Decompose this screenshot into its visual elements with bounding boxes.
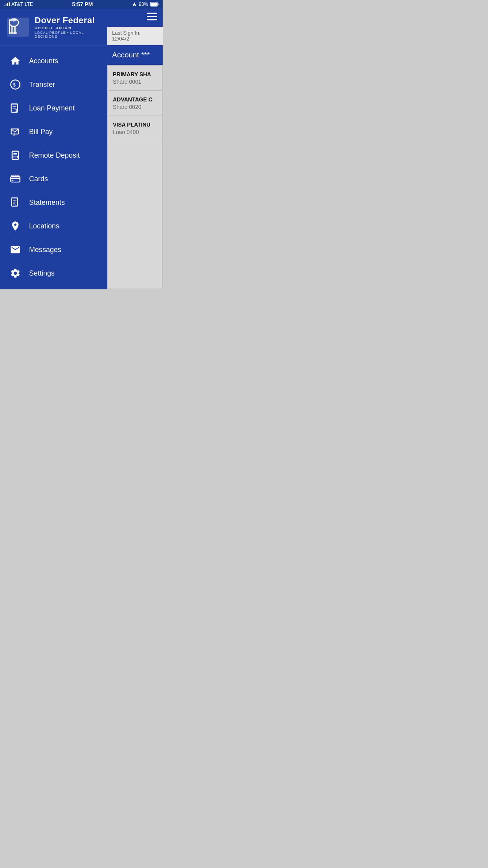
account-header: Account ***	[107, 45, 163, 65]
logo-title: Dover Federal	[35, 16, 100, 25]
svg-rect-27	[11, 177, 20, 182]
accounts-list: PRIMARY SHA Share 0001 ADVANTAGE C Share…	[107, 65, 163, 289]
transfer-label: Transfer	[29, 81, 55, 89]
account-number-advantage: Share 0020	[113, 104, 157, 110]
sidebar-item-sign-out[interactable]: Sign Out	[0, 285, 107, 289]
battery-percent: 93%	[139, 2, 148, 7]
bill-pay-label: Bill Pay	[29, 128, 53, 136]
gear-icon	[9, 267, 22, 280]
location-pin-icon	[9, 219, 22, 233]
time-display: 5:57 PM	[72, 1, 93, 7]
app-body: Dover Federal CREDIT UNION LOCAL PEOPLE …	[0, 9, 163, 289]
nav-menu: $ Accounts $ Transfer $ Loan Payment	[0, 46, 107, 289]
svg-rect-12	[13, 19, 14, 22]
statements-label: Statements	[29, 199, 65, 207]
envelope-icon	[9, 243, 22, 256]
svg-rect-1	[158, 4, 158, 6]
sidebar-item-statements[interactable]: $ Statements	[0, 191, 107, 214]
svg-text:$: $	[15, 61, 16, 64]
svg-text:$: $	[15, 109, 17, 113]
settings-label: Settings	[29, 269, 55, 278]
right-header	[107, 9, 163, 27]
location-icon	[132, 2, 137, 7]
svg-text:$: $	[13, 82, 16, 87]
statements-icon: $	[9, 196, 22, 209]
hamburger-icon	[147, 13, 157, 20]
svg-rect-29	[12, 180, 14, 181]
account-item-visa[interactable]: VISA PLATINU Loan 0400	[108, 116, 162, 141]
home-dollar-icon: $	[9, 54, 22, 68]
remote-deposit-icon	[9, 149, 22, 162]
account-name-advantage: ADVANTAGE C	[113, 96, 157, 103]
sidebar-item-accounts[interactable]: $ Accounts	[0, 49, 107, 73]
account-item-advantage[interactable]: ADVANTAGE C Share 0020	[108, 91, 162, 116]
cards-icon	[9, 172, 22, 186]
logo-subtitle: CREDIT UNION	[35, 26, 100, 30]
last-signin: Last Sign In: 12/04/2	[107, 27, 163, 45]
status-left: AT&T LTE	[4, 2, 33, 7]
sidebar-item-remote-deposit[interactable]: Remote Deposit	[0, 143, 107, 167]
account-name-primary: PRIMARY SHA	[113, 71, 157, 77]
sidebar-item-bill-pay[interactable]: $ Bill Pay	[0, 120, 107, 143]
right-panel: Last Sign In: 12/04/2 Account *** PRIMAR…	[107, 9, 163, 289]
logo-icon	[7, 16, 30, 39]
cards-label: Cards	[29, 175, 48, 183]
svg-rect-11	[10, 33, 17, 34]
logo-area: Dover Federal CREDIT UNION LOCAL PEOPLE …	[0, 9, 107, 46]
svg-text:$: $	[15, 204, 17, 208]
sidebar-item-settings[interactable]: Settings	[0, 261, 107, 285]
sidebar-item-transfer[interactable]: $ Transfer	[0, 73, 107, 96]
account-item-primary[interactable]: PRIMARY SHA Share 0001	[108, 66, 162, 91]
hamburger-button[interactable]	[147, 13, 157, 23]
locations-label: Locations	[29, 222, 59, 230]
network-type: LTE	[25, 2, 33, 7]
svg-text:$: $	[13, 133, 15, 137]
loan-payment-label: Loan Payment	[29, 104, 75, 112]
carrier-label: AT&T	[11, 2, 23, 7]
loan-payment-icon: $	[9, 101, 22, 115]
svg-rect-2	[150, 3, 157, 6]
status-bar: AT&T LTE 5:57 PM 93%	[0, 0, 163, 9]
sidebar-item-loan-payment[interactable]: $ Loan Payment	[0, 96, 107, 120]
accounts-label: Accounts	[29, 57, 58, 65]
remote-deposit-label: Remote Deposit	[29, 151, 80, 160]
signal-bars	[4, 2, 10, 6]
account-name-visa: VISA PLATINU	[113, 121, 157, 128]
sidebar: Dover Federal CREDIT UNION LOCAL PEOPLE …	[0, 9, 107, 289]
svg-rect-26	[13, 156, 18, 158]
logo-text: Dover Federal CREDIT UNION LOCAL PEOPLE …	[35, 16, 100, 39]
battery-icon	[150, 2, 159, 7]
sidebar-item-messages[interactable]: Messages	[0, 238, 107, 261]
account-number-visa: Loan 0400	[113, 129, 157, 135]
bill-pay-icon: $	[9, 125, 22, 138]
logo-tagline: LOCAL PEOPLE • LOCAL DECISIONS	[35, 31, 100, 39]
svg-rect-13	[14, 19, 17, 20]
messages-label: Messages	[29, 246, 61, 254]
sidebar-item-cards[interactable]: Cards	[0, 167, 107, 191]
sidebar-item-locations[interactable]: Locations	[0, 214, 107, 238]
account-number-primary: Share 0001	[113, 79, 157, 85]
transfer-icon: $	[9, 78, 22, 91]
status-right: 93%	[132, 2, 159, 7]
